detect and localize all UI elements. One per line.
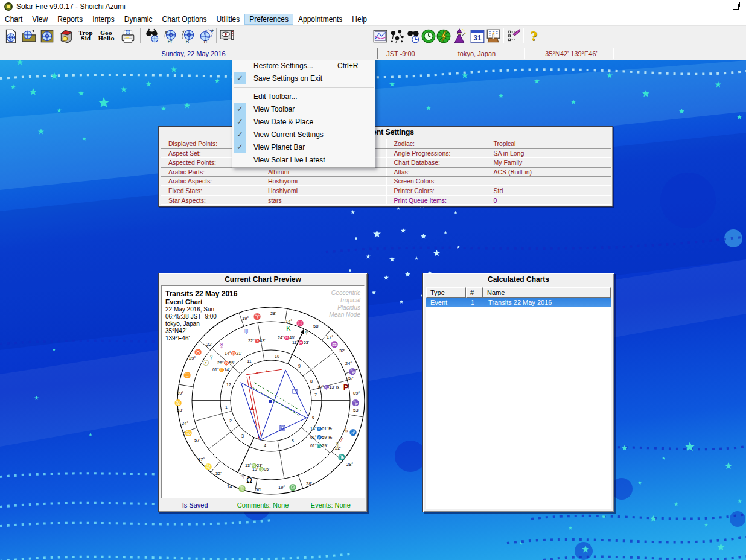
menu-preferences[interactable]: Preferences (244, 14, 293, 25)
chart-status-bar: Is Saved Comments: None Events: None (161, 500, 365, 510)
menu-item-view-planet-bar[interactable]: ✓View Planet Bar (232, 141, 375, 153)
appointments-button[interactable] (485, 28, 502, 45)
svg-text:♒: ♒ (331, 340, 339, 348)
svg-text:31: 31 (473, 34, 482, 42)
svg-text:♍: ♍ (238, 485, 246, 492)
svg-text:57': 57' (348, 375, 354, 381)
svg-text:56': 56' (255, 487, 261, 492)
chart-list-row-selected[interactable]: Event 1 Transits 22 May 2016 (426, 298, 611, 307)
svg-text:19°: 19° (278, 485, 285, 490)
calculated-charts-list[interactable]: Type # Name Event 1 Transits 22 May 2016 (426, 287, 611, 509)
printer-icon (120, 28, 136, 44)
menu-item-view-solar-live-latest[interactable]: View Solar Live Latest (232, 153, 375, 166)
svg-text:K: K (286, 325, 291, 332)
saved-status: Is Saved (161, 501, 229, 509)
svg-text:6: 6 (312, 415, 314, 419)
setting-printer-colors: Printer Colors:Std (386, 186, 611, 196)
app-icon (4, 2, 13, 11)
current-chart-preview-panel: Current Chart Preview (158, 273, 368, 512)
new-chart-button[interactable] (2, 28, 19, 45)
find-chart-button[interactable] (144, 28, 161, 45)
graph-button[interactable] (372, 28, 389, 45)
view-chart-button[interactable] (218, 28, 235, 45)
geo-helio-label: GeoHelio (98, 31, 114, 42)
calendar-button[interactable]: 31 (469, 28, 486, 45)
menu-interps[interactable]: Interps (88, 14, 120, 25)
svg-text:22': 22' (206, 342, 212, 347)
print-queue-button[interactable] (506, 28, 523, 45)
chart-header-details: Transits 22 May 2016 Event Chart 22 May … (165, 290, 237, 342)
menu-item-view-current-settings[interactable]: ✓View Current Settings (232, 128, 375, 141)
time-search-button[interactable] (405, 28, 422, 45)
checkmark-icon: ✓ (237, 117, 243, 126)
menu-item-view-toolbar[interactable]: ✓View Toolbar (232, 103, 375, 115)
column-type[interactable]: Type (426, 287, 466, 298)
svg-text:5: 5 (292, 439, 294, 443)
menu-item-restore-settings[interactable]: Restore Settings...Ctrl+R (232, 60, 375, 72)
svg-text:29°: 29° (189, 355, 196, 361)
checkmark-icon: ✓ (237, 104, 243, 113)
menu-chart-options[interactable]: Chart Options (158, 14, 212, 25)
svg-text:09°: 09° (177, 390, 183, 396)
svg-text:♑: ♑ (349, 368, 357, 375)
svg-text:22°♈43': 22°♈43' (248, 338, 265, 343)
geo-helio-toggle[interactable]: GeoHelio (98, 28, 115, 45)
composite-chart-button[interactable]: +C (198, 28, 215, 45)
menu-item-save-settings-on-exit[interactable]: ✓Save Settings on Exit (232, 72, 375, 84)
menu-chart[interactable]: Chart (0, 14, 27, 25)
svg-text:4: 4 (264, 444, 266, 448)
svg-text:♀: ♀ (208, 352, 214, 361)
setting-print-queue-items: Print Queue Items:0 (386, 196, 611, 205)
svg-text:♋: ♋ (185, 429, 193, 437)
dynamic-points-button[interactable] (389, 28, 406, 45)
eclipse-search-button[interactable] (435, 28, 452, 45)
menu-utilities[interactable]: Utilities (212, 14, 245, 25)
column-name[interactable]: Name (483, 287, 611, 298)
svg-text:♉: ♉ (194, 348, 202, 356)
svg-text:24°♓40': 24°♓40' (278, 335, 295, 340)
chart-wheel-area: * * (161, 285, 365, 498)
svg-text:28°: 28° (346, 462, 353, 467)
restore-button[interactable] (725, 0, 746, 13)
save-chart-button[interactable] (39, 28, 56, 45)
clock-button[interactable] (420, 28, 437, 45)
binoculars-wheel-icon (144, 28, 160, 44)
trop-sid-label: TropSid (78, 31, 92, 42)
tropical-sidereal-toggle[interactable]: TropSid (77, 28, 94, 45)
print-chart-button[interactable] (120, 28, 136, 45)
menu-view[interactable]: View (27, 14, 53, 25)
appointment-calendar-icon (485, 28, 501, 44)
setting-chart-database: Chart Database:My Family (386, 158, 611, 167)
wizard-button[interactable] (451, 28, 468, 45)
svg-text:♄: ♄ (343, 425, 349, 434)
minimize-button[interactable] (705, 0, 725, 13)
menu-appointments[interactable]: Appointments (293, 14, 347, 25)
setting-atlas: Atlas:ACS (Built-in) (386, 167, 611, 177)
svg-text:19°♍05': 19°♍05' (252, 466, 269, 472)
save-chart-icon (39, 28, 55, 44)
svg-text:*: * (266, 369, 269, 376)
svg-text:24°: 24° (345, 361, 352, 366)
svg-text:♊: ♊ (183, 371, 191, 379)
svg-text:26°♉55': 26°♉55' (217, 360, 234, 366)
clock-icon (421, 28, 436, 44)
chart-file-button[interactable] (58, 28, 75, 45)
help-button[interactable]: ? (525, 28, 542, 45)
column-number[interactable]: # (466, 287, 483, 298)
svg-text:11°♓53': 11°♓53' (292, 340, 309, 345)
menu-reports[interactable]: Reports (53, 14, 88, 25)
checkmark-icon: ✓ (237, 74, 243, 83)
settings-right-column: Zodiac:Tropical Angle Progressions:SA in… (386, 139, 611, 205)
menu-bar: Chart View Reports Interps Dynamic Chart… (0, 13, 746, 26)
progressed-chart-button[interactable]: Pr (162, 28, 179, 45)
chart-preview-title: Current Chart Preview (159, 273, 367, 285)
open-chart-button[interactable] (21, 28, 37, 45)
preferences-dropdown-menu: Edit Settings... Save Settings...Ctrl+S … (232, 60, 375, 168)
return-chart-button[interactable]: R (180, 28, 197, 45)
menu-item-edit-toolbar[interactable]: Edit Toolbar... (232, 90, 375, 103)
svg-text:24°: 24° (182, 421, 188, 426)
menu-dynamic[interactable]: Dynamic (120, 14, 158, 25)
svg-text:+: + (211, 28, 214, 34)
menu-item-view-date-place[interactable]: ✓View Date & Place (232, 115, 375, 128)
menu-help[interactable]: Help (347, 14, 372, 25)
